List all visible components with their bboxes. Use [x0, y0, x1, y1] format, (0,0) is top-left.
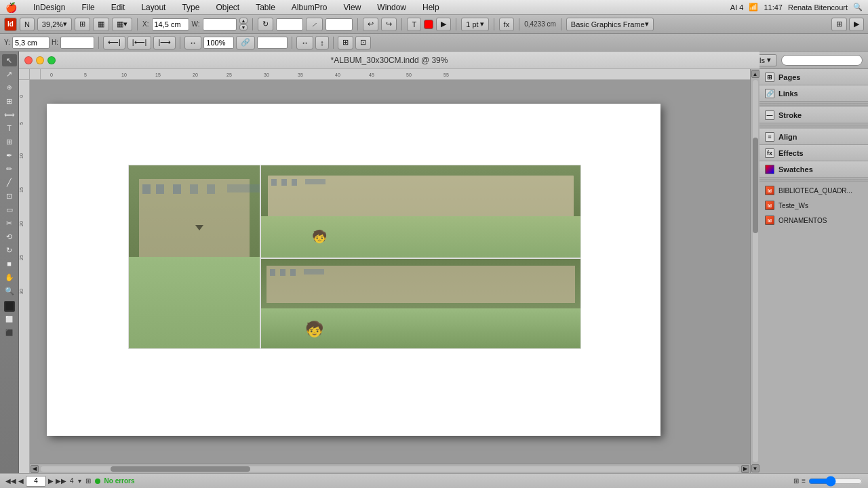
align-left-btn[interactable]: ⟵| — [103, 36, 125, 49]
links-panel-header[interactable]: 🔗 Links — [760, 85, 868, 102]
fill-color[interactable] — [4, 301, 15, 312]
grid-btn[interactable]: ⊞ — [338, 36, 353, 49]
menu-object[interactable]: Object — [213, 3, 242, 12]
search-menu-icon[interactable]: 🔍 — [853, 3, 863, 12]
shear-input[interactable] — [326, 18, 353, 30]
ornamentos-library[interactable]: Id ORNAMENTOS — [760, 213, 868, 228]
arrange-btn[interactable]: ▦▾ — [112, 18, 132, 31]
teste-library[interactable]: Id Teste_Ws — [760, 198, 868, 213]
next-page-btn[interactable]: ▶ — [48, 477, 54, 485]
page-tool[interactable]: ⊞ — [2, 95, 17, 107]
selection-tool[interactable]: ↖ — [2, 54, 17, 66]
gradient-swatch-tool[interactable]: ■ — [2, 258, 17, 270]
effects-panel-header[interactable]: fx Effects — [760, 145, 868, 161]
maximize-button[interactable] — [47, 56, 56, 64]
prev-spread-btn[interactable]: ◀◀ — [5, 477, 16, 485]
redo-btn[interactable]: ↪ — [381, 18, 397, 31]
text-tool[interactable]: T — [2, 122, 17, 134]
scale-x-btn[interactable]: ↔ — [184, 36, 201, 49]
gap-tool[interactable]: ⟺ — [2, 108, 17, 121]
menu-type[interactable]: Type — [179, 3, 202, 12]
zoom-dropdown[interactable]: 39,2% ▾ — [37, 18, 72, 31]
view-mode-btn[interactable]: ⊞ — [75, 18, 90, 31]
menu-edit[interactable]: Edit — [108, 3, 128, 12]
menu-indesign[interactable]: InDesign — [31, 3, 68, 12]
rect-frame-tool[interactable]: ⊡ — [2, 190, 17, 202]
text-tool-options[interactable]: T — [407, 18, 421, 31]
minimize-button[interactable] — [36, 56, 44, 64]
stroke-color[interactable] — [424, 20, 433, 29]
more-options[interactable]: ▶ — [849, 18, 864, 31]
hand-tool[interactable]: ✋ — [2, 271, 17, 283]
menu-file[interactable]: File — [79, 3, 97, 12]
rotate-tool[interactable]: ↻ — [2, 244, 17, 256]
horizontal-scrollbar[interactable]: ◀ ▶ — [30, 464, 750, 473]
mode-toggle[interactable]: N — [20, 18, 35, 31]
menu-table[interactable]: Table — [253, 3, 278, 12]
pen-tool[interactable]: ✒ — [2, 149, 17, 161]
flip-v-btn[interactable]: ↕ — [315, 36, 329, 49]
undo-btn[interactable]: ↩ — [363, 18, 378, 31]
photo-bottom-left[interactable]: 🧒 — [260, 258, 581, 349]
zoom-slider[interactable] — [808, 477, 863, 485]
current-page-input[interactable] — [26, 476, 46, 487]
next-spread-btn[interactable]: ▶▶ — [56, 477, 66, 485]
photo-top-left[interactable]: 🧒 — [260, 165, 581, 258]
pages-panel-header[interactable]: ⊞ Pages — [760, 69, 868, 85]
frame-type-btn[interactable]: Basic Graphics Frame ▾ — [566, 18, 654, 31]
x-input[interactable] — [152, 18, 189, 30]
stroke-forward[interactable]: ▶ — [436, 18, 451, 31]
flip-h-btn[interactable]: ↔ — [296, 36, 313, 49]
table-tool[interactable]: ⊞ — [2, 136, 17, 148]
h-input[interactable] — [60, 37, 94, 49]
rect-tool[interactable]: ▭ — [2, 203, 17, 216]
view-normal[interactable]: ⬜ — [2, 313, 17, 325]
panel-toggle-right[interactable]: ⊞ — [831, 18, 847, 31]
clock: 11:47 — [764, 3, 783, 12]
layout-list-btn[interactable]: ≡ — [802, 477, 806, 485]
scale-link-btn[interactable]: 🔗 — [236, 36, 255, 49]
constrain-down[interactable]: ▼ — [239, 24, 248, 30]
group-select-tool[interactable]: ⊕ — [2, 81, 17, 94]
direct-select-tool[interactable]: ↗ — [2, 68, 17, 80]
preview-mode[interactable]: ⬛ — [2, 327, 17, 339]
constrain-up[interactable]: ▲ — [239, 18, 248, 24]
stroke-weight-btn[interactable]: 1 pt▾ — [461, 18, 488, 31]
swatches-panel-header[interactable]: Swatches — [760, 161, 868, 178]
menu-albumpro[interactable]: AlbumPro — [289, 3, 330, 12]
pencil-tool[interactable]: ✏ — [2, 163, 17, 175]
align-center-btn[interactable]: |⟵| — [127, 36, 152, 49]
align-right-btn[interactable]: |⟶ — [153, 36, 176, 49]
menu-view[interactable]: View — [341, 3, 364, 12]
w-input[interactable] — [203, 18, 237, 30]
biblioteca-library[interactable]: Id BIBLIOTECA_QUADR... — [760, 183, 868, 198]
page-options-btn[interactable]: ▾ — [78, 477, 81, 485]
close-button[interactable] — [24, 56, 33, 64]
menu-layout[interactable]: Layout — [138, 3, 168, 12]
frame-fitting-btn[interactable]: ⊡ — [355, 36, 371, 49]
fx-btn[interactable]: fx — [499, 18, 515, 31]
line-tool[interactable]: ╱ — [2, 176, 17, 188]
rotate-btn[interactable]: ↻ — [258, 18, 273, 31]
stroke-panel-header[interactable]: — Stroke — [760, 107, 868, 123]
apple-menu[interactable]: 🍎 — [5, 2, 17, 13]
y-input[interactable] — [12, 37, 50, 49]
align-panel-header[interactable]: ≡ Align — [760, 129, 868, 145]
photo-right-large[interactable]: 🏃 — [128, 165, 260, 349]
scale-input[interactable] — [203, 37, 234, 49]
vertical-scrollbar[interactable]: ▲ ▼ — [750, 69, 760, 473]
layout-grid-btn[interactable]: ⊞ — [793, 477, 799, 485]
scale-y-input[interactable] — [257, 37, 288, 49]
prev-page-btn[interactable]: ◀ — [18, 477, 24, 485]
screen-mode-btn[interactable]: ▦ — [93, 18, 109, 31]
rotate-input[interactable] — [276, 18, 303, 30]
menu-help[interactable]: Help — [420, 3, 442, 12]
canvas-background[interactable]: 🧒 — [30, 80, 750, 464]
scissors-tool[interactable]: ✂ — [2, 217, 17, 229]
zoom-tool[interactable]: 🔍 — [2, 285, 17, 297]
shear-btn[interactable]: ⟋ — [306, 18, 323, 31]
menu-window[interactable]: Window — [374, 3, 409, 12]
preflight-toggle[interactable]: ⊞ — [85, 477, 91, 485]
panel-search-input[interactable] — [781, 55, 863, 66]
free-transform-tool[interactable]: ⟲ — [2, 230, 17, 243]
